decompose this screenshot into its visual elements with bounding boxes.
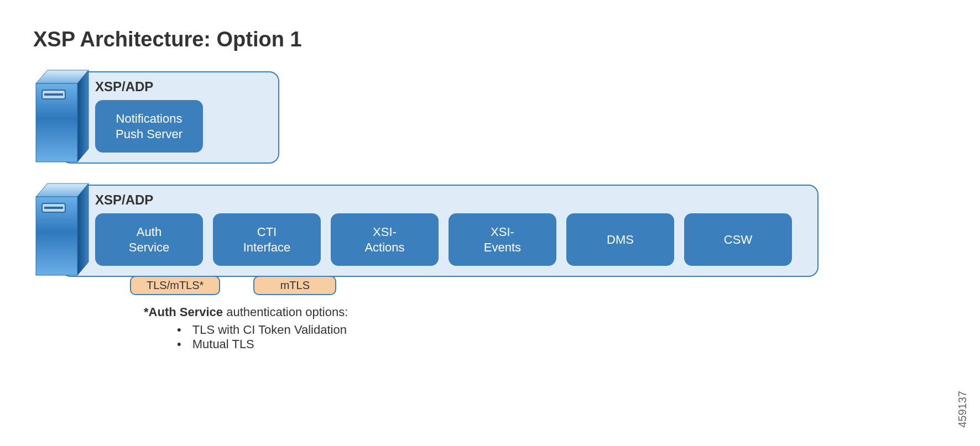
pill-line: CTI — [257, 224, 277, 240]
tag-row: TLS/mTLS* mTLS — [130, 276, 947, 295]
pill-cti-interface: CTI Interface — [213, 213, 321, 266]
pill-notifications-push-server: Notifications Push Server — [95, 100, 203, 153]
pill-dms: DMS — [566, 213, 674, 266]
pill-line: XSI- — [373, 224, 397, 240]
group-label: XSP/ADP — [95, 192, 806, 208]
server-icon — [33, 68, 91, 165]
pill-auth-service: Auth Service — [95, 213, 203, 266]
pill-line: Auth — [137, 224, 161, 240]
notes: *Auth Service authentication options: TL… — [144, 305, 947, 351]
group-row-2-wrapper: XSP/ADP Auth Service CTI Interface XSI- … — [33, 181, 947, 295]
tag-mtls: mTLS — [253, 276, 336, 295]
pill-xsi-actions: XSI- Actions — [331, 213, 439, 266]
pill-line: XSI- — [491, 224, 514, 240]
group-row-1: XSP/ADP Notifications Push Server — [33, 68, 947, 165]
notes-list: TLS with CI Token Validation Mutual TLS — [144, 323, 947, 351]
group-row-2: XSP/ADP Auth Service CTI Interface XSI- … — [33, 181, 947, 278]
pill-line: Push Server — [116, 127, 183, 142]
group-box-notifications: XSP/ADP Notifications Push Server — [61, 71, 279, 164]
notes-heading-rest: authentication options: — [223, 305, 348, 319]
svg-marker-6 — [77, 183, 88, 275]
pill-line: Actions — [364, 240, 404, 255]
tag-tls-mtls: TLS/mTLS* — [130, 276, 220, 295]
svg-marker-1 — [77, 70, 88, 162]
pill-line: DMS — [607, 232, 634, 248]
image-id: 459137 — [956, 391, 969, 428]
server-icon — [33, 181, 91, 278]
pill-row: Notifications Push Server — [95, 100, 267, 153]
pill-line: Notifications — [116, 111, 183, 127]
notes-heading: *Auth Service authentication options: — [144, 305, 947, 319]
svg-rect-4 — [44, 93, 63, 96]
group-label: XSP/ADP — [95, 79, 267, 95]
pill-row: Auth Service CTI Interface XSI- Actions … — [95, 213, 806, 266]
page-title: XSP Architecture: Option 1 — [33, 28, 947, 51]
pill-line: Interface — [243, 240, 291, 255]
group-box-main: XSP/ADP Auth Service CTI Interface XSI- … — [61, 185, 819, 277]
notes-heading-bold: *Auth Service — [144, 305, 223, 319]
pill-csw: CSW — [684, 213, 792, 266]
notes-bullet: TLS with CI Token Validation — [177, 323, 947, 337]
pill-xsi-events: XSI- Events — [449, 213, 556, 266]
pill-line: Events — [484, 240, 521, 255]
pill-line: Service — [129, 240, 169, 255]
pill-line: CSW — [724, 232, 752, 248]
svg-rect-9 — [44, 207, 63, 209]
notes-bullet: Mutual TLS — [177, 337, 947, 351]
